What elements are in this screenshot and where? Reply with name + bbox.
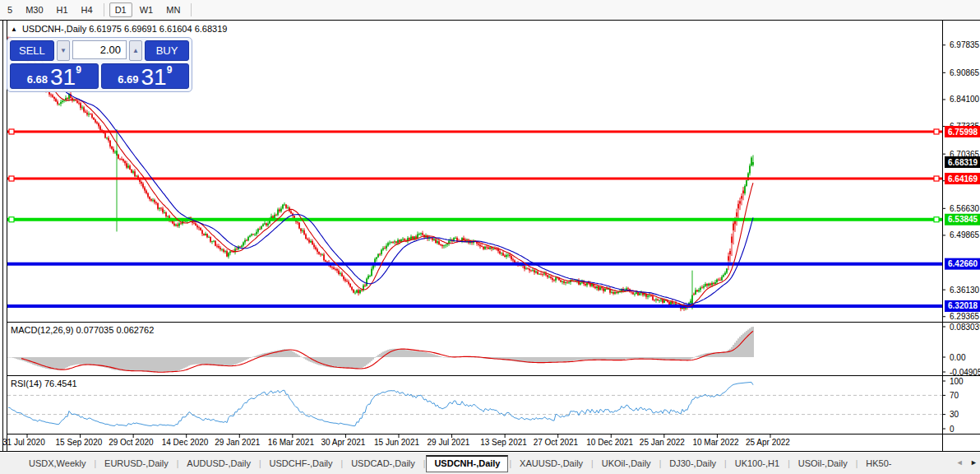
- sell-price-display[interactable]: 6.68 31 9: [10, 63, 99, 89]
- chevron-down-icon: ▼: [60, 47, 67, 54]
- svg-text:6.53845: 6.53845: [948, 215, 978, 224]
- svg-text:16 Mar 2021: 16 Mar 2021: [268, 438, 315, 447]
- macd-label: MACD(12,26,9) 0.077035 0.062762: [11, 325, 154, 335]
- svg-text:30 Apr 2021: 30 Apr 2021: [321, 438, 365, 447]
- chevron-up-icon: ▲: [132, 47, 139, 54]
- timeframe-button-h4[interactable]: H4: [76, 2, 99, 17]
- price-scale[interactable]: 6.978356.908656.841006.773356.703656.636…: [942, 40, 980, 433]
- tab-uk100-h1[interactable]: UK100-,H1: [728, 455, 787, 472]
- toolbar-separator: [191, 3, 192, 16]
- svg-text:29 Jan 2021: 29 Jan 2021: [215, 438, 260, 447]
- svg-text:6.36130: 6.36130: [950, 286, 980, 295]
- volume-decrease-button[interactable]: ▼: [57, 40, 70, 61]
- buy-button[interactable]: BUY: [145, 40, 189, 61]
- svg-text:30: 30: [950, 410, 959, 419]
- tab-separator: |: [659, 459, 662, 468]
- tab-separator: |: [724, 459, 727, 468]
- svg-text:0: 0: [950, 425, 955, 434]
- tab-eurusd-daily[interactable]: EURUSD-,Daily: [97, 455, 176, 472]
- svg-text:13 Sep 2021: 13 Sep 2021: [480, 438, 527, 447]
- time-scale[interactable]: 31 Jul 202015 Sep 202029 Oct 202014 Dec …: [2, 434, 790, 447]
- timeframe-button-m30[interactable]: M30: [20, 2, 49, 17]
- svg-text:6.42660: 6.42660: [948, 259, 978, 268]
- svg-text:25 Jan 2022: 25 Jan 2022: [640, 438, 685, 447]
- tab-separator: |: [177, 459, 179, 468]
- tab-usdx-weekly[interactable]: USDX,Weekly: [21, 455, 93, 472]
- svg-text:15 Sep 2020: 15 Sep 2020: [56, 438, 103, 447]
- timeframe-button-5[interactable]: 5: [2, 2, 18, 17]
- svg-text:15 Jun 2021: 15 Jun 2021: [374, 438, 419, 447]
- tab-xauusd-daily[interactable]: XAUUSD-,Daily: [512, 455, 590, 472]
- svg-text:6.29365: 6.29365: [950, 312, 980, 321]
- tab-usdcnh-daily[interactable]: USDCNH-,Daily: [426, 455, 508, 472]
- svg-text:-0.04905: -0.04905: [950, 368, 980, 377]
- svg-text:6.75998: 6.75998: [948, 128, 978, 137]
- line-handle[interactable]: [934, 217, 939, 222]
- tab-scroll-left-icon[interactable]: ◄: [956, 458, 964, 467]
- svg-text:29 Jul 2021: 29 Jul 2021: [428, 438, 470, 447]
- buy-price-pip: 9: [167, 64, 173, 76]
- tab-usoil-daily[interactable]: USOil-,Daily: [791, 455, 855, 472]
- tab-separator: |: [341, 459, 344, 468]
- svg-text:6.84100: 6.84100: [950, 95, 980, 104]
- toolbar-separator: [104, 3, 104, 16]
- one-click-trading-panel: SELL ▼ ▲ BUY 6.68 31 9 6.69 31 9: [7, 37, 192, 92]
- rsi-label: RSI(14) 76.4541: [11, 379, 77, 388]
- svg-text:6.56630: 6.56630: [950, 204, 980, 213]
- svg-text:27 Oct 2021: 27 Oct 2021: [534, 438, 579, 447]
- sell-price-big: 31: [50, 67, 76, 87]
- svg-text:31 Jul 2020: 31 Jul 2020: [2, 438, 45, 447]
- tab-ukoil-daily[interactable]: UKOil-,Daily: [594, 455, 659, 472]
- buy-price-small: 6.69: [118, 74, 138, 85]
- tab-audusd-daily[interactable]: AUDUSD-,Daily: [179, 455, 258, 472]
- horizontal-lines[interactable]: [7, 129, 942, 306]
- svg-text:6.64169: 6.64169: [948, 174, 978, 184]
- line-handle[interactable]: [9, 129, 14, 134]
- svg-text:10 Dec 2021: 10 Dec 2021: [586, 438, 633, 447]
- tab-separator: |: [591, 459, 594, 468]
- svg-text:70: 70: [950, 391, 959, 400]
- sell-price-small: 6.68: [27, 74, 48, 85]
- sell-price-pip: 9: [76, 64, 81, 76]
- rsi-indicator: [7, 382, 942, 425]
- timeframe-button-w1[interactable]: W1: [134, 2, 159, 17]
- volume-increase-button[interactable]: ▲: [129, 40, 142, 61]
- symbol-tab-bar: USDX,Weekly|EURUSD-,Daily|AUDUSD-,Daily|…: [0, 453, 980, 474]
- collapse-panel-icon[interactable]: ▲: [11, 26, 17, 33]
- tab-hk50[interactable]: HK50-: [858, 455, 899, 472]
- tab-separator: |: [509, 459, 511, 468]
- line-handle[interactable]: [934, 176, 939, 181]
- timeframe-toolbar: 5M30H1H4D1W1MN: [0, 0, 980, 20]
- svg-text:0.00: 0.00: [950, 353, 966, 362]
- tab-scroll-right-icon[interactable]: ►: [970, 458, 978, 467]
- buy-price-display[interactable]: 6.69 31 9: [101, 63, 190, 89]
- line-handle[interactable]: [934, 129, 939, 134]
- chart-title: ▲ USDCNH-,Daily 6.61975 6.69691 6.61604 …: [11, 24, 227, 34]
- svg-text:10 Mar 2022: 10 Mar 2022: [692, 438, 739, 447]
- timeframe-button-d1[interactable]: D1: [109, 2, 132, 17]
- svg-text:6.49865: 6.49865: [950, 230, 980, 239]
- tab-usdchf-daily[interactable]: USDCHF-,Daily: [262, 455, 340, 472]
- tab-usdcad-daily[interactable]: USDCAD-,Daily: [344, 455, 423, 472]
- svg-text:6.90865: 6.90865: [950, 68, 980, 77]
- svg-text:14 Dec 2020: 14 Dec 2020: [162, 438, 209, 447]
- line-handle[interactable]: [9, 217, 14, 222]
- tab-dj30-daily[interactable]: DJ30-,Daily: [662, 455, 723, 472]
- buy-price-big: 31: [141, 67, 166, 87]
- tab-scroll-arrows: ◄ ►: [956, 458, 978, 467]
- svg-text:6.32018: 6.32018: [948, 301, 978, 310]
- svg-text:0.083039: 0.083039: [950, 323, 980, 332]
- timeframe-button-h1[interactable]: H1: [51, 2, 74, 17]
- svg-text:100: 100: [950, 377, 964, 386]
- tab-separator: |: [788, 459, 790, 468]
- timeframe-button-mn[interactable]: MN: [160, 2, 186, 17]
- tab-separator: |: [94, 459, 96, 468]
- svg-text:6.68319: 6.68319: [948, 158, 978, 167]
- volume-input[interactable]: [72, 40, 127, 59]
- tab-separator: |: [259, 459, 261, 468]
- tab-separator: |: [423, 459, 426, 468]
- line-handle[interactable]: [9, 176, 14, 181]
- svg-text:6.97835: 6.97835: [950, 40, 980, 49]
- sell-button[interactable]: SELL: [10, 40, 54, 61]
- svg-text:25 Apr 2022: 25 Apr 2022: [746, 438, 790, 447]
